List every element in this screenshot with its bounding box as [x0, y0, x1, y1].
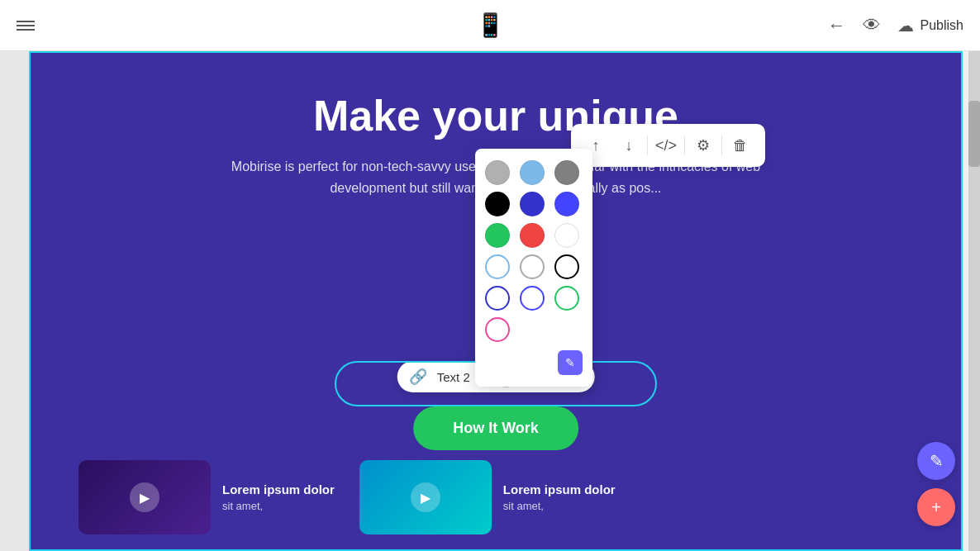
media-thumbnail[interactable]: ▶ — [78, 460, 211, 534]
color-green[interactable] — [485, 223, 510, 248]
edit-fab[interactable]: ✎ — [917, 442, 955, 480]
play-button[interactable]: ▶ — [130, 482, 159, 512]
media-row: ▶ Lorem ipsum dolor sit amet, ▶ Lorem ip… — [78, 460, 913, 534]
media-title: Lorem ipsum dolor — [222, 482, 335, 496]
delete-element-button[interactable]: 🗑 — [725, 131, 755, 160]
publish-label: Publish — [921, 18, 963, 33]
color-red[interactable] — [520, 223, 545, 248]
media-text: Lorem ipsum dolor sit amet, — [222, 482, 335, 512]
topbar: 📱 ← 👁 ☁ Publish — [0, 0, 980, 51]
main-area: Make your unique Mobirise is perfect for… — [0, 51, 980, 551]
media-text-2: Lorem ipsum dolor sit amet, — [503, 482, 616, 512]
divider-3 — [721, 135, 722, 155]
phone-icon: 📱 — [476, 12, 505, 38]
color-gray[interactable] — [554, 160, 579, 185]
plus-icon: + — [931, 498, 941, 517]
back-icon[interactable]: ← — [828, 15, 846, 36]
left-strip — [0, 51, 29, 551]
color-outlined-blue3[interactable] — [520, 286, 545, 311]
divider — [647, 135, 648, 155]
color-outlined-blue2[interactable] — [485, 286, 510, 311]
play-button-2[interactable]: ▶ — [411, 482, 440, 512]
media-item-2: ▶ Lorem ipsum dolor sit amet, — [359, 460, 616, 534]
scrollbar[interactable] — [968, 51, 980, 551]
eyedropper-button[interactable]: ✎ — [558, 350, 583, 375]
media-item: ▶ Lorem ipsum dolor sit amet, — [78, 460, 335, 534]
color-dark-blue[interactable] — [520, 192, 545, 216]
color-outlined-pink[interactable] — [485, 317, 510, 342]
color-light-blue[interactable] — [520, 160, 545, 185]
device-toggle[interactable]: 📱 — [476, 12, 505, 39]
link-icon[interactable]: 🔗 — [409, 368, 427, 386]
media-desc: sit amet, — [222, 500, 335, 512]
preview-icon[interactable]: 👁 — [863, 15, 881, 36]
add-fab[interactable]: + — [917, 488, 955, 526]
settings-button[interactable]: ⚙ — [688, 131, 718, 160]
how-it-works-button[interactable]: How It Work — [413, 406, 578, 450]
element-actions-toolbar: ↑ ↓ </> ⚙ 🗑 — [571, 124, 765, 167]
color-grid — [485, 160, 583, 342]
color-picker-popup: ✎ — [475, 149, 592, 387]
color-light-gray[interactable] — [485, 160, 510, 185]
media-title-2: Lorem ipsum dolor — [503, 482, 616, 496]
edit-icon: ✎ — [930, 451, 944, 471]
fab-container: ✎ + — [917, 442, 955, 526]
divider-2 — [684, 135, 685, 155]
topbar-actions: ← 👁 ☁ Publish — [828, 15, 963, 36]
color-outlined-black[interactable] — [554, 254, 579, 279]
text-label-value: Text 2 — [437, 370, 470, 384]
eyedropper-icon: ✎ — [565, 356, 575, 369]
color-black[interactable] — [485, 192, 510, 216]
menu-button[interactable] — [17, 18, 35, 33]
color-outlined-lightblue[interactable] — [485, 254, 510, 279]
code-button[interactable]: </> — [651, 131, 681, 160]
color-white[interactable] — [554, 223, 579, 248]
move-down-button[interactable]: ↓ — [614, 131, 644, 160]
hamburger-icon — [17, 18, 35, 33]
cloud-icon: ☁ — [897, 16, 914, 36]
scrollbar-thumb[interactable] — [968, 101, 980, 167]
media-desc-2: sit amet, — [503, 500, 616, 512]
color-outlined-gray[interactable] — [520, 254, 545, 279]
color-outlined-green[interactable] — [554, 286, 579, 311]
publish-button[interactable]: ☁ Publish — [897, 16, 963, 36]
media-thumbnail-2[interactable]: ▶ — [359, 460, 492, 534]
color-blue[interactable] — [554, 192, 579, 216]
